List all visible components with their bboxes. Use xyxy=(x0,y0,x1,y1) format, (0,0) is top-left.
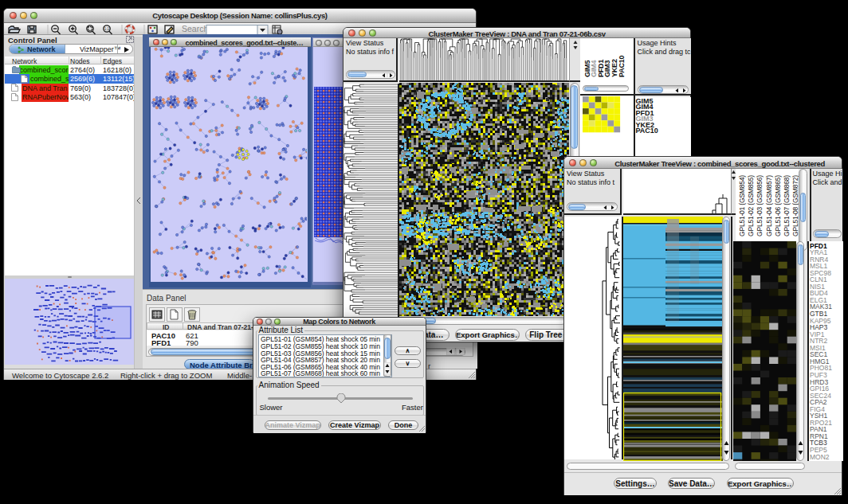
svg-text:1:1: 1:1 xyxy=(104,27,110,31)
